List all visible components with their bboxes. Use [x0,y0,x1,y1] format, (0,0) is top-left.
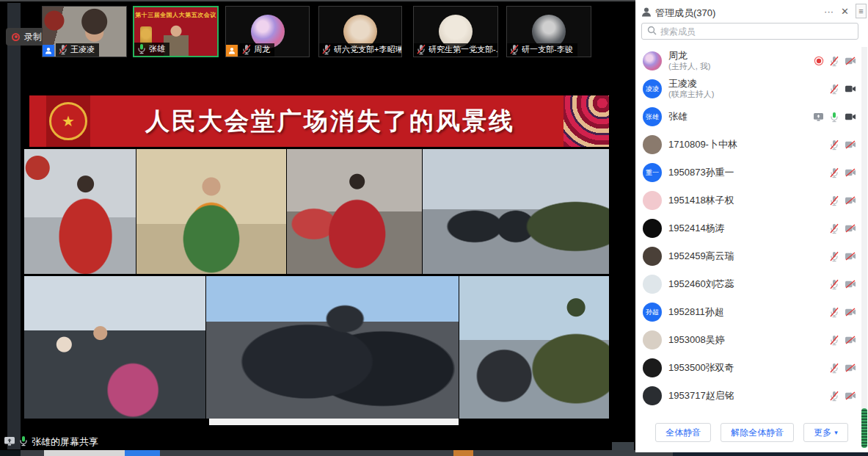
members-icon [641,7,652,20]
camera-off-icon[interactable] [845,140,856,149]
camera-off-icon[interactable] [845,336,856,344]
cohost-badge [43,45,54,57]
member-avatar [643,51,662,70]
member-avatar [643,219,662,238]
search-input[interactable] [660,26,853,37]
member-list[interactable]: 周龙(主持人, 我)凌凌王凌凌(联席主持人)张雄张雄1710809-卜中林重一1… [635,47,868,414]
camera-on-icon[interactable] [845,112,856,121]
search-box[interactable] [641,23,858,40]
photo-press-crowd [206,276,459,419]
member-controls [813,103,856,131]
member-name: 王凌凌 [668,79,714,90]
slide-preview-title: 第十三届全国人大第五次会议 [134,11,217,19]
camera-off-icon[interactable] [845,391,856,400]
video-thumbnail[interactable]: 周龙 [225,6,310,57]
shared-screen: ★ 人民大会堂广场消失了的风景线 [24,65,609,437]
video-thumbnail[interactable]: 研一支部-李骏 [506,6,591,57]
member-avatar [643,247,662,266]
member-row[interactable]: 凌凌王凌凌(联席主持人) [635,75,868,103]
member-row[interactable]: 1952459高云瑞 [635,242,868,270]
member-controls [829,75,856,103]
video-thumbnail[interactable]: 王凌凌 [42,6,127,57]
mic-on-icon [136,43,147,54]
member-controls [829,187,856,214]
photo-reporter-red-jacket [287,149,422,274]
member-row[interactable]: 张雄张雄 [635,103,868,131]
camera-off-icon[interactable] [845,224,856,233]
mute-all-button[interactable]: 全体静音 [655,423,711,442]
video-thumbnail[interactable]: 研究生第一党支部-... [413,6,498,57]
more-options-icon[interactable]: ··· [824,6,834,17]
member-row[interactable]: 孙超1952811孙超 [635,298,868,326]
mic-muted-icon[interactable] [829,307,839,318]
taskbar-app-active[interactable] [125,450,160,456]
more-button[interactable]: 更多 ▾ [803,423,848,442]
member-controls [829,270,856,298]
mic-muted-icon[interactable] [829,84,839,95]
participant-name: 研六党支部+李昭琳 [334,44,402,55]
member-avatar: 孙超 [643,303,662,322]
member-row[interactable]: 重一1950873孙重一 [635,159,868,187]
mic-muted-icon[interactable] [829,251,839,262]
camera-off-icon[interactable] [845,57,856,65]
video-thumbnail[interactable]: 研六党支部+李昭琳 [318,6,402,57]
member-row[interactable]: 1710809-卜中林 [635,131,868,159]
member-row[interactable]: 1952460刘芯蕊 [635,270,868,298]
photo-soldier-tripod [459,276,609,419]
close-icon[interactable]: ✕ [841,6,849,17]
video-thumbnail[interactable]: 第十三届全国人大第五次会议张雄 [133,6,219,57]
panel-header-actions: ··· ✕ [824,6,849,17]
member-row[interactable]: 1953717赵启铭 [635,382,868,410]
thumbnail-name-bar: 研六党支部+李昭琳 [319,43,402,57]
participant-name: 王凌凌 [70,44,95,55]
member-row[interactable]: 1952414杨涛 [635,214,868,242]
camera-off-icon[interactable] [845,196,856,205]
photo-reporter-ethnic-dress [136,149,286,274]
mic-on-icon[interactable] [829,112,839,123]
mic-muted-icon[interactable] [829,363,839,374]
screen-share-status: 张雄的屏幕共享 [4,435,98,449]
unmute-all-button[interactable]: 解除全体静音 [721,423,794,442]
mic-muted-icon[interactable] [829,335,839,346]
member-avatar: 凌凌 [643,79,662,98]
panel-header: 管理成员(370) [641,6,852,21]
member-name: 1952459高云瑞 [668,251,734,262]
mic-muted-icon [509,44,519,55]
photo-foreign-journalists [24,276,205,419]
member-row[interactable]: 1953008吴婷 [635,326,868,354]
camera-off-icon[interactable] [845,280,856,289]
camera-off-icon[interactable] [845,252,856,261]
camera-off-icon[interactable] [845,363,856,372]
mic-muted-icon[interactable] [829,56,839,67]
screen-sharing-icon [813,112,824,122]
caret-down-icon: ▾ [834,429,838,436]
panel-scrollbar-thumb[interactable] [861,408,867,448]
mic-muted-icon [321,44,332,55]
photo-reporter-red-suit [24,149,136,274]
mic-muted-icon[interactable] [829,223,839,234]
mic-muted-icon[interactable] [829,391,839,402]
thumbnail-name-bar: 研一支部-李骏 [507,43,577,57]
member-row[interactable]: 周龙(主持人, 我) [635,47,868,75]
camera-off-icon[interactable] [845,308,856,316]
member-name: 1952811孙超 [668,307,724,318]
mic-muted-icon[interactable] [829,167,839,178]
taskbar-app-orange[interactable] [453,450,473,456]
taskbar-app-light[interactable] [44,450,125,456]
thumbnail-name-bar: 周龙 [226,43,274,57]
member-row[interactable]: 1951418林子权 [635,187,868,214]
camera-off-icon[interactable] [845,168,856,177]
member-name: 1710809-卜中林 [668,140,737,151]
member-row[interactable]: 1953500张双奇 [635,354,868,382]
thumbnail-name-bar: 研究生第一党支部-... [414,43,498,57]
mic-muted-icon[interactable] [829,279,839,290]
camera-on-icon[interactable] [845,84,856,93]
member-controls [829,298,856,326]
member-name: 1950873孙重一 [668,167,734,178]
panel-collapse-button[interactable]: ≡ [856,4,867,18]
member-avatar [643,358,662,377]
panel-scrollbar-track[interactable] [861,47,867,448]
mic-muted-icon[interactable] [829,140,839,151]
mic-muted-icon[interactable] [829,195,839,206]
member-name: 1953500张双奇 [668,363,734,374]
